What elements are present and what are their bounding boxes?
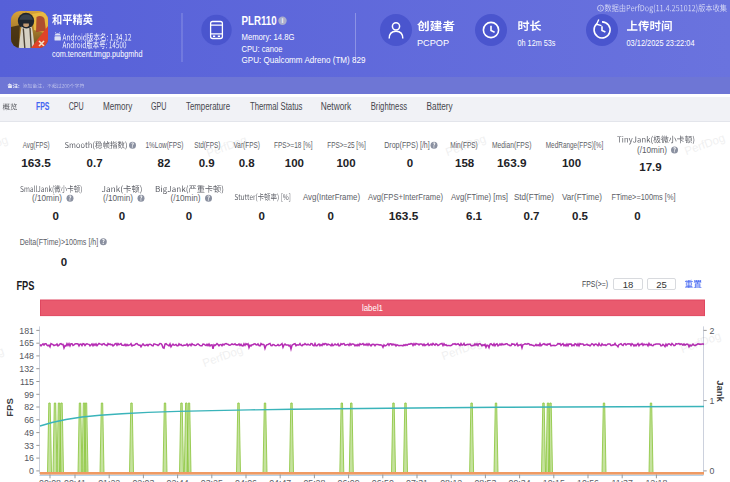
- svg-text:181: 181: [19, 326, 34, 336]
- svg-text:18: 18: [623, 279, 634, 290]
- svg-text:06:50: 06:50: [372, 478, 394, 482]
- svg-text:08:12: 08:12: [440, 478, 462, 482]
- svg-text:0: 0: [327, 210, 333, 222]
- svg-text:0.8: 0.8: [239, 157, 256, 169]
- svg-text:(/10min): (/10min): [32, 194, 62, 203]
- svg-text:100: 100: [285, 157, 304, 169]
- svg-text:Avg(FPS): Avg(FPS): [23, 141, 50, 150]
- svg-text:0: 0: [52, 210, 58, 222]
- svg-text:1%Low(FPS): 1%Low(FPS): [146, 141, 184, 150]
- svg-text:com.tencent.tmgp.pubgmhd: com.tencent.tmgp.pubgmhd: [52, 48, 143, 59]
- svg-text:Avg(FPS+InterFrame): Avg(FPS+InterFrame): [368, 193, 443, 202]
- svg-text:33: 33: [24, 441, 34, 451]
- svg-text:GPU: GPU: [151, 101, 167, 112]
- svg-text:(/10min): (/10min): [170, 194, 200, 203]
- svg-text:163.5: 163.5: [389, 210, 419, 222]
- svg-text:115: 115: [20, 377, 34, 387]
- svg-text:02:03: 02:03: [132, 478, 154, 482]
- svg-text:12:18: 12:18: [645, 478, 667, 482]
- svg-text:03/12/2025 23:22:04: 03/12/2025 23:22:04: [627, 37, 695, 48]
- svg-text:6.1: 6.1: [466, 210, 483, 222]
- svg-text:82: 82: [158, 157, 171, 169]
- svg-text:08:53: 08:53: [474, 478, 496, 482]
- svg-text:82: 82: [24, 402, 34, 412]
- svg-text:25: 25: [656, 279, 667, 290]
- svg-text:FPS: FPS: [36, 101, 50, 112]
- svg-text:FPS: FPS: [4, 398, 15, 416]
- svg-text:05:28: 05:28: [303, 478, 325, 482]
- svg-text:FPS>=18 [%]: FPS>=18 [%]: [274, 141, 312, 150]
- svg-text:FPS: FPS: [16, 279, 34, 293]
- svg-text:66: 66: [24, 415, 34, 425]
- svg-text:label1: label1: [362, 303, 383, 313]
- svg-text:10:56: 10:56: [577, 478, 599, 482]
- svg-text:0: 0: [634, 210, 640, 222]
- svg-text:06:09: 06:09: [338, 478, 360, 482]
- svg-text:GPU: Qualcomm Adreno (TM) 829: GPU: Qualcomm Adreno (TM) 829: [242, 55, 366, 65]
- svg-text:0.7: 0.7: [524, 210, 540, 222]
- svg-text:PerfDog: PerfDog: [683, 131, 727, 157]
- svg-text:04:06: 04:06: [235, 478, 257, 482]
- svg-text:Battery: Battery: [427, 101, 453, 112]
- svg-text:09:34: 09:34: [509, 478, 531, 482]
- svg-text:163.5: 163.5: [21, 157, 51, 169]
- svg-text:0: 0: [29, 466, 34, 476]
- svg-text:0.7: 0.7: [87, 157, 103, 169]
- svg-text:0: 0: [407, 157, 413, 169]
- svg-text:Temperature: Temperature: [186, 101, 230, 112]
- svg-text:17.9: 17.9: [639, 161, 661, 173]
- svg-text:Brightness: Brightness: [371, 101, 407, 112]
- svg-text:0: 0: [186, 210, 192, 222]
- svg-text:16: 16: [24, 453, 34, 463]
- svg-text:(/10min): (/10min): [637, 146, 667, 155]
- svg-text:Avg(FTime) [ms]: Avg(FTime) [ms]: [451, 193, 508, 202]
- svg-text:i: i: [600, 5, 601, 11]
- svg-text:Memory: 14.8G: Memory: 14.8G: [242, 32, 295, 42]
- svg-text:(/10min): (/10min): [103, 194, 133, 203]
- svg-text:158: 158: [455, 157, 475, 169]
- svg-text:0h 12m 53s: 0h 12m 53s: [518, 37, 556, 48]
- svg-text:MedRange(FPS)[%]: MedRange(FPS)[%]: [546, 141, 604, 150]
- svg-text:FTime>=100ms [%]: FTime>=100ms [%]: [612, 193, 676, 202]
- svg-text:02:44: 02:44: [167, 478, 189, 482]
- svg-text:PerfDog: PerfDog: [0, 133, 10, 159]
- svg-text:PerfDog: PerfDog: [205, 133, 249, 159]
- svg-text:04:47: 04:47: [269, 478, 291, 482]
- svg-text:Delta(FTime)>100ms [/h]: Delta(FTime)>100ms [/h]: [20, 238, 99, 247]
- svg-text:0: 0: [710, 466, 715, 476]
- svg-text:Thermal Status: Thermal Status: [250, 101, 303, 112]
- svg-text:PerfDog: PerfDog: [0, 344, 6, 370]
- svg-text:CPU: canoe: CPU: canoe: [242, 44, 283, 54]
- svg-text:165: 165: [19, 338, 34, 348]
- svg-text:PLR110: PLR110: [242, 14, 277, 28]
- svg-text:Std(FTime): Std(FTime): [514, 193, 554, 202]
- svg-text:0.5: 0.5: [572, 210, 589, 222]
- svg-text:PerfDog: PerfDog: [440, 336, 484, 362]
- svg-text:07:31: 07:31: [406, 478, 428, 482]
- svg-text:Memory: Memory: [103, 101, 132, 112]
- svg-text:PCPOP: PCPOP: [417, 37, 449, 48]
- svg-text:01:22: 01:22: [98, 478, 120, 482]
- svg-text:Jank: Jank: [715, 380, 726, 402]
- svg-text:FPS(>=): FPS(>=): [582, 279, 608, 289]
- svg-text:148: 148: [19, 351, 34, 361]
- svg-text:132: 132: [19, 364, 34, 374]
- svg-text:FPS>=25 [%]: FPS>=25 [%]: [327, 141, 365, 150]
- svg-text:Drop(FPS) [/h]: Drop(FPS) [/h]: [384, 141, 430, 150]
- svg-text:163.9: 163.9: [497, 157, 527, 169]
- svg-text:03:25: 03:25: [201, 478, 223, 482]
- svg-text:0: 0: [119, 210, 125, 222]
- svg-text:99: 99: [24, 390, 34, 400]
- svg-text:Var(FTime): Var(FTime): [562, 193, 602, 202]
- svg-text:CPU: CPU: [69, 101, 84, 112]
- svg-text:Median(FPS): Median(FPS): [492, 141, 532, 150]
- svg-text:PerfDog: PerfDog: [679, 329, 723, 355]
- svg-text:PerfDog: PerfDog: [201, 343, 245, 369]
- svg-text:10:15: 10:15: [543, 478, 565, 482]
- svg-text:100: 100: [336, 157, 355, 169]
- svg-text:Network: Network: [321, 101, 352, 112]
- svg-text:0.9: 0.9: [199, 157, 215, 169]
- svg-text:PerfDog: PerfDog: [444, 132, 488, 158]
- svg-text:100: 100: [562, 157, 581, 169]
- svg-text:11:37: 11:37: [612, 478, 633, 482]
